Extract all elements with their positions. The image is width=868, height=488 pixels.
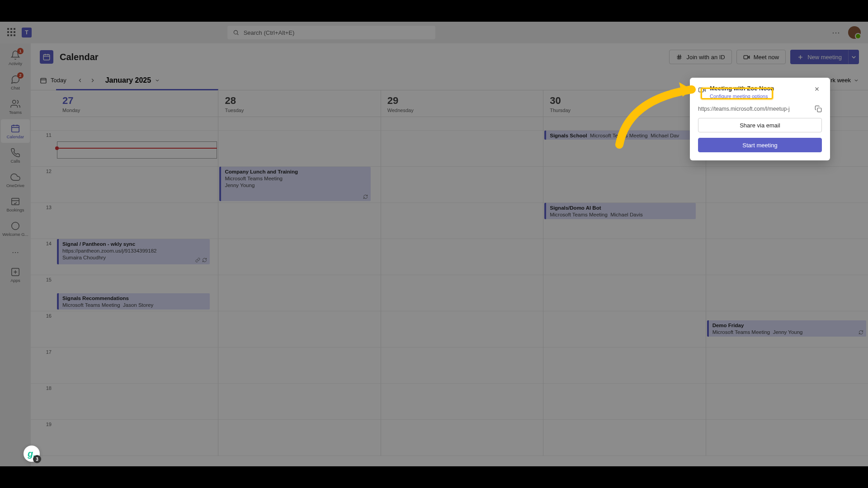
day-col-fri[interactable]: Demo Friday Microsoft Teams Meeting Jenn… [706,117,868,456]
teams-logo-icon: T [22,28,32,38]
rail-teams[interactable]: Teams [1,95,30,118]
svg-point-4 [12,222,19,230]
teams-icon [10,99,20,109]
rail-label: Chat [11,85,20,90]
date-picker[interactable]: January 2025 [105,76,160,84]
day-col-thu[interactable]: Signals School Microsoft Teams Meeting M… [543,117,706,456]
rail-calendar[interactable]: Calendar [1,119,30,143]
now-indicator [57,148,217,149]
chevron-left-icon [77,77,83,84]
recurring-icon [859,330,863,335]
recurring-icon [202,258,207,263]
calendar-tile-icon [40,50,53,64]
rail-label: Activity [9,61,22,66]
copy-link-button[interactable] [815,105,822,113]
rail-label: Calendar [7,134,24,139]
hour-label: 16 [31,311,56,347]
today-button[interactable]: Today [40,77,66,84]
chevron-down-icon [850,54,857,61]
circle-icon [10,221,20,231]
svg-point-0 [234,30,237,34]
calendar-grid-scroll[interactable]: 10 11 12 13 14 15 16 17 18 19 [31,117,868,466]
day-head-mon[interactable]: 27 Monday [56,89,218,117]
hour-label: 15 [31,275,56,311]
rail-label: Bookings [6,207,24,212]
search-icon [233,29,239,36]
rail-label: Apps [10,278,20,283]
rail-welcome[interactable]: Welcome G... [1,217,30,240]
rail-label: Teams [9,110,22,115]
grammarly-count: 3 [33,455,41,463]
chat-badge: 2 [17,72,24,79]
event-domo[interactable]: Signals/Domo AI Bot Microsoft Teams Meet… [544,203,695,219]
event-recs[interactable]: Signals Recommendations Microsoft Teams … [57,293,210,310]
hour-label: 17 [31,347,56,384]
recurring-icon [363,194,368,199]
close-icon [814,86,820,92]
svg-rect-10 [817,108,821,112]
grammarly-badge[interactable]: g. 3 [24,446,40,462]
hour-label: 18 [31,384,56,420]
calendar-small-icon [40,77,47,84]
share-via-email-button[interactable]: Share via email [698,118,822,132]
hash-icon [676,54,683,61]
next-week-button[interactable] [86,74,99,87]
hour-label: 10 [31,117,56,131]
start-meeting-button[interactable]: Start meeting [698,138,822,152]
plus-square-icon [10,267,20,277]
meeting-link-text: https://teams.microsoft.com/l/meetup-j [698,106,811,112]
annotation-arrow-icon [610,77,710,149]
new-meeting-split: New meeting [790,50,859,64]
chevron-down-icon [155,78,160,83]
chevron-right-icon [90,77,96,84]
annotation-highlight [701,88,773,99]
rail-label: Calls [10,159,20,164]
rail-chat[interactable]: Chat 2 [1,70,30,94]
activity-badge: 1 [17,48,24,54]
rail-bookings[interactable]: Bookings [1,192,30,216]
app-launcher-icon[interactable] [7,28,16,37]
close-button[interactable] [814,85,822,93]
phone-icon [10,148,20,158]
svg-rect-8 [41,78,46,83]
day-col-wed[interactable] [381,117,543,456]
time-gutter: 10 11 12 13 14 15 16 17 18 19 [31,117,56,456]
search-placeholder: Search (Ctrl+Alt+E) [244,29,295,36]
day-head-tue[interactable]: 28 Tuesday [218,90,381,117]
rail-apps[interactable]: Apps [1,263,30,286]
more-menu-icon[interactable]: ⋯ [826,28,845,38]
bookings-icon [10,197,20,206]
new-meeting-caret[interactable] [848,50,859,64]
join-id-button[interactable]: Join with an ID [669,50,731,64]
calendar-header: Calendar Join with an ID Meet now New me… [31,43,868,70]
svg-rect-7 [744,55,748,59]
svg-point-1 [13,100,16,103]
rail-calls[interactable]: Calls [1,144,30,167]
cloud-icon [10,172,20,182]
link-icon [195,258,200,263]
day-head-wed[interactable]: 29 Wednesday [381,90,543,117]
hour-label: 14 [31,239,56,275]
day-col-mon[interactable]: Signal / Pantheon - wkly sync https://pa… [56,117,218,456]
svg-rect-2 [12,125,19,132]
rail-more[interactable]: ⋯ [1,243,30,261]
video-icon [743,54,750,61]
svg-rect-6 [43,55,50,60]
new-meeting-button[interactable]: New meeting [790,50,848,64]
hour-label: 11 [31,131,56,167]
meet-now-button[interactable]: Meet now [736,50,786,64]
view-selector[interactable]: rk week [830,77,859,84]
user-avatar[interactable] [848,26,861,39]
rail-onedrive[interactable]: OneDrive [1,168,30,192]
search-input[interactable]: Search (Ctrl+Alt+E) [227,26,435,39]
plus-icon [797,54,804,61]
event-lunch[interactable]: Company Lunch and Training Microsoft Tea… [219,167,370,201]
rail-activity[interactable]: Activity 1 [1,46,30,70]
time-selection[interactable] [57,141,217,159]
event-pantheon[interactable]: Signal / Pantheon - wkly sync https://pa… [57,239,210,264]
calendar-icon [10,123,20,133]
event-demo-friday[interactable]: Demo Friday Microsoft Teams Meeting Jenn… [707,320,866,337]
page-title: Calendar [60,52,99,62]
prev-week-button[interactable] [74,74,86,87]
day-col-tue[interactable]: Company Lunch and Training Microsoft Tea… [218,117,381,456]
